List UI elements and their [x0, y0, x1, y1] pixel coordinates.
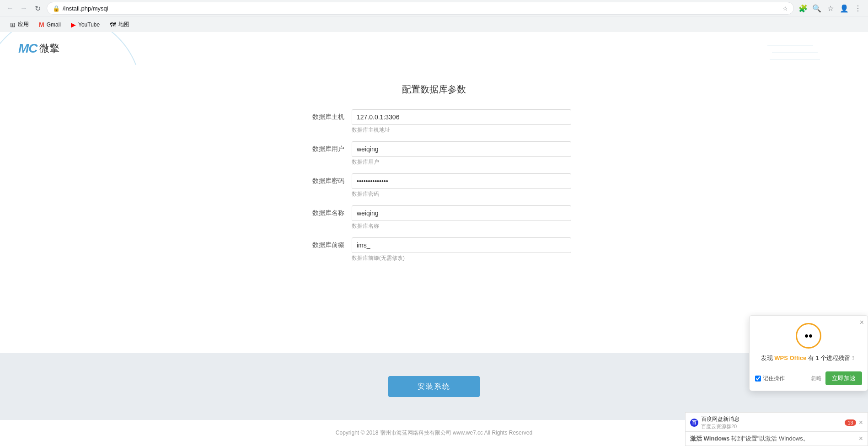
- star-icon: ☆: [782, 5, 788, 12]
- prefix-label: 数据库前缀: [297, 237, 352, 249]
- install-button[interactable]: 安装系统: [388, 376, 480, 397]
- page-wrapper: MC 微擎 配置数据库参数 数据库主机 数据库主机地址 数据库用户: [0, 32, 868, 446]
- lock-icon: 🔒: [53, 5, 60, 12]
- dbname-hint: 数据库名称: [352, 222, 571, 230]
- bookmarks-bar: ⊞ 应用 M Gmail ▶ YouTube 🗺 地图: [0, 16, 868, 32]
- user-hint: 数据库用户: [352, 158, 571, 166]
- wps-skip-button[interactable]: 忽略: [811, 375, 822, 382]
- back-button[interactable]: ←: [4, 2, 16, 15]
- copyright-text: Copyright © 2018 宿州市海蓝网络科技有限公司 www.we7.c…: [336, 430, 532, 436]
- gmail-icon: M: [39, 21, 44, 28]
- form-row-prefix: 数据库前缀 数据库前缀(无需修改): [297, 237, 571, 266]
- wps-actions: 记住操作 忽略 立即加速: [750, 368, 868, 391]
- baidu-subtext: 百度云资源群20: [701, 424, 737, 429]
- prefix-hint: 数据库前缀(无需修改): [352, 254, 571, 262]
- url-text: /install.php/mysql: [63, 5, 780, 12]
- extensions-button[interactable]: 🧩: [797, 2, 809, 15]
- search-button[interactable]: 🔍: [810, 2, 823, 15]
- install-section: 安装系统: [0, 353, 868, 420]
- form-row-password: 数据库密码 数据库密码: [297, 173, 571, 202]
- password-field-wrap: 数据库密码: [352, 173, 571, 202]
- baidu-close-button[interactable]: ×: [859, 419, 863, 427]
- wps-popup-close[interactable]: ×: [860, 318, 864, 327]
- wps-remember-label[interactable]: 记住操作: [755, 375, 807, 382]
- wps-message: 发现 WPS Office 有 1 个进程残留！: [750, 352, 868, 368]
- host-input[interactable]: [352, 109, 571, 125]
- win-activate-title: 激活 Windows: [690, 435, 730, 442]
- wps-smiley: ••: [796, 323, 821, 349]
- win-activate-sub: 转到"设置"以激活 Windows。: [731, 435, 809, 442]
- nav-buttons: ← → ↻: [4, 2, 44, 15]
- maps-icon: 🗺: [110, 21, 116, 28]
- logo-area: MC 微擎: [18, 41, 850, 56]
- password-input[interactable]: [352, 173, 571, 189]
- menu-button[interactable]: ⋮: [852, 2, 864, 15]
- win-activate-text: 激活 Windows 转到"设置"以激活 Windows。: [690, 435, 856, 443]
- bookmark-youtube-label: YouTube: [78, 21, 100, 28]
- baidu-icon: 百: [690, 419, 698, 427]
- bookmark-button[interactable]: ☆: [824, 2, 837, 15]
- wps-remember-checkbox[interactable]: [755, 376, 761, 382]
- wps-notice-prefix: 发现: [761, 355, 775, 361]
- password-label: 数据库密码: [297, 173, 352, 185]
- host-label: 数据库主机: [297, 109, 352, 121]
- logo-mc: MC: [18, 41, 38, 56]
- dbname-label: 数据库名称: [297, 205, 352, 217]
- main-content: 配置数据库参数 数据库主机 数据库主机地址 数据库用户 数据库用户: [0, 65, 868, 353]
- form-row-user: 数据库用户 数据库用户: [297, 141, 571, 170]
- host-field-wrap: 数据库主机地址: [352, 109, 571, 138]
- wps-avatar: ••: [750, 316, 868, 352]
- bookmark-maps-label: 地图: [118, 21, 129, 28]
- profile-button[interactable]: 👤: [838, 2, 851, 15]
- bookmark-apps[interactable]: ⊞ 应用: [5, 19, 33, 30]
- wps-notice-suffix: 有 1 个进程残留！: [806, 355, 856, 361]
- page-header: MC 微擎: [0, 32, 868, 65]
- baidu-news-text: 百度网盘新消息: [701, 416, 739, 422]
- baidu-bar: 百 百度网盘新消息 百度云资源群20 13 ×: [685, 412, 868, 433]
- youtube-icon: ▶: [71, 21, 76, 28]
- wps-brand-text: WPS Office: [774, 355, 806, 361]
- bookmark-youtube[interactable]: ▶ YouTube: [66, 19, 104, 30]
- prefix-field-wrap: 数据库前缀(无需修改): [352, 237, 571, 266]
- dbname-input[interactable]: [352, 205, 571, 221]
- user-input[interactable]: [352, 141, 571, 157]
- bookmark-gmail-label: Gmail: [47, 21, 61, 28]
- bookmark-gmail[interactable]: M Gmail: [34, 19, 65, 30]
- db-form: 数据库主机 数据库主机地址 数据库用户 数据库用户 数据库密码: [297, 109, 571, 269]
- user-field-wrap: 数据库用户: [352, 141, 571, 170]
- win-activate-close[interactable]: ×: [859, 435, 863, 443]
- wps-join-button[interactable]: 立即加速: [825, 371, 862, 385]
- browser-actions: 🧩 🔍 ☆ 👤 ⋮: [797, 2, 864, 15]
- address-bar[interactable]: 🔒 /install.php/mysql ☆: [47, 2, 794, 15]
- bookmark-apps-label: 应用: [18, 21, 29, 28]
- wps-popup: × •• 发现 WPS Office 有 1 个进程残留！ 记住操作 忽略 立即…: [749, 315, 868, 391]
- browser-chrome: ← → ↻ 🔒 /install.php/mysql ☆ 🧩 🔍 ☆ 👤 ⋮ ⊞…: [0, 0, 868, 32]
- dbname-field-wrap: 数据库名称: [352, 205, 571, 234]
- user-label: 数据库用户: [297, 141, 352, 153]
- prefix-input[interactable]: [352, 237, 571, 253]
- form-row-dbname: 数据库名称 数据库名称: [297, 205, 571, 234]
- apps-icon: ⊞: [10, 21, 16, 28]
- browser-topbar: ← → ↻ 🔒 /install.php/mysql ☆ 🧩 🔍 ☆ 👤 ⋮: [0, 0, 868, 16]
- password-hint: 数据库密码: [352, 190, 571, 198]
- wps-remember-text: 记住操作: [763, 375, 785, 382]
- logo-brand: 微擎: [39, 42, 59, 55]
- smiley-face-icon: ••: [804, 329, 813, 343]
- host-hint: 数据库主机地址: [352, 126, 571, 134]
- win-activate-bar: 激活 Windows 转到"设置"以激活 Windows。 ×: [685, 431, 868, 446]
- baidu-count-badge: 13: [845, 419, 856, 426]
- bookmark-maps[interactable]: 🗺 地图: [105, 19, 134, 30]
- form-row-host: 数据库主机 数据库主机地址: [297, 109, 571, 138]
- forward-button[interactable]: →: [17, 2, 30, 15]
- baidu-text: 百度网盘新消息 百度云资源群20: [701, 415, 842, 430]
- deco-lines: [767, 41, 822, 65]
- reload-button[interactable]: ↻: [31, 2, 44, 15]
- section-title: 配置数据库参数: [402, 83, 466, 96]
